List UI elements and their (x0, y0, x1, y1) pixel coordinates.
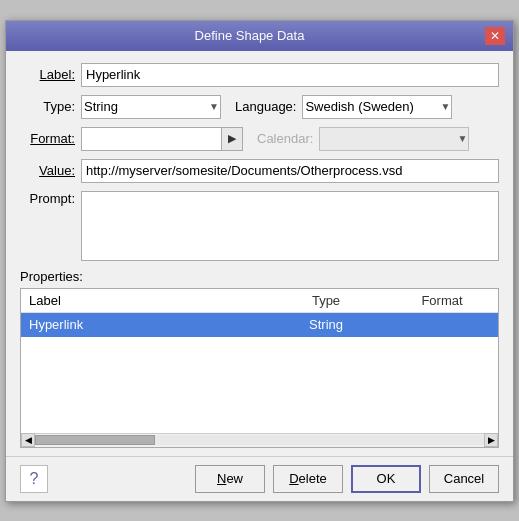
language-field-label: Language: (235, 99, 296, 114)
calendar-section: Calendar: ▼ (257, 127, 469, 151)
calendar-select[interactable] (319, 127, 469, 151)
calendar-select-wrapper: ▼ (319, 127, 469, 151)
language-section: Language: Swedish (Sweden) English (US) … (235, 95, 452, 119)
define-shape-data-dialog: Define Shape Data ✕ Label: Type: String … (5, 20, 514, 502)
calendar-field-label: Calendar: (257, 131, 313, 146)
new-button-label: New (217, 471, 243, 486)
help-button[interactable]: ? (20, 465, 48, 493)
cancel-button[interactable]: Cancel (429, 465, 499, 493)
ok-button-label: OK (377, 471, 396, 486)
label-input[interactable] (81, 63, 499, 87)
delete-button-label: Delete (289, 471, 327, 486)
prompt-field-label: Prompt: (20, 191, 75, 206)
value-input[interactable] (81, 159, 499, 183)
dialog-title: Define Shape Data (14, 28, 485, 43)
scrollbar-thumb[interactable] (35, 435, 155, 445)
format-row: Format: ▶ Calendar: ▼ (20, 127, 499, 151)
value-field-label: Value: (20, 163, 75, 178)
title-bar: Define Shape Data ✕ (6, 21, 513, 51)
close-button[interactable]: ✕ (485, 27, 505, 45)
value-row: Value: (20, 159, 499, 183)
row-label: Hyperlink (21, 317, 266, 332)
footer-buttons: New Delete OK Cancel (195, 465, 499, 493)
type-language-row: Type: String Number Fixed List Variable … (20, 95, 499, 119)
properties-section: Properties: Label Type Format Hyperlink … (20, 269, 499, 448)
type-select-wrapper: String Number Fixed List Variable List B… (81, 95, 221, 119)
dialog-body: Label: Type: String Number Fixed List Va… (6, 51, 513, 456)
table-row[interactable]: Hyperlink String (21, 313, 498, 337)
delete-button[interactable]: Delete (273, 465, 343, 493)
col-header-label: Label (21, 293, 266, 308)
ok-button[interactable]: OK (351, 465, 421, 493)
language-select-wrapper: Swedish (Sweden) English (US) English (U… (302, 95, 452, 119)
dialog-footer: ? New Delete OK Cancel (6, 456, 513, 501)
format-field-label: Format: (20, 131, 75, 146)
properties-table-header: Label Type Format (21, 289, 498, 313)
label-field-label: Label: (20, 67, 75, 82)
format-input[interactable] (81, 127, 221, 151)
col-header-type: Type (266, 293, 386, 308)
help-icon: ? (30, 470, 39, 488)
prompt-row: Prompt: (20, 191, 499, 261)
row-type: String (266, 317, 386, 332)
scrollbar-track (35, 435, 484, 445)
cancel-button-label: Cancel (444, 471, 484, 486)
language-select[interactable]: Swedish (Sweden) English (US) English (U… (302, 95, 452, 119)
properties-table: Label Type Format Hyperlink String ◀ ▶ (20, 288, 499, 448)
new-button[interactable]: New (195, 465, 265, 493)
scroll-right-button[interactable]: ▶ (484, 433, 498, 447)
label-row: Label: (20, 63, 499, 87)
horizontal-scrollbar[interactable]: ◀ ▶ (21, 433, 498, 447)
type-field-label: Type: (20, 99, 75, 114)
properties-label: Properties: (20, 269, 499, 284)
col-header-format: Format (386, 293, 498, 308)
prompt-textarea[interactable] (81, 191, 499, 261)
scroll-left-button[interactable]: ◀ (21, 433, 35, 447)
type-select[interactable]: String Number Fixed List Variable List B… (81, 95, 221, 119)
format-browse-button[interactable]: ▶ (221, 127, 243, 151)
